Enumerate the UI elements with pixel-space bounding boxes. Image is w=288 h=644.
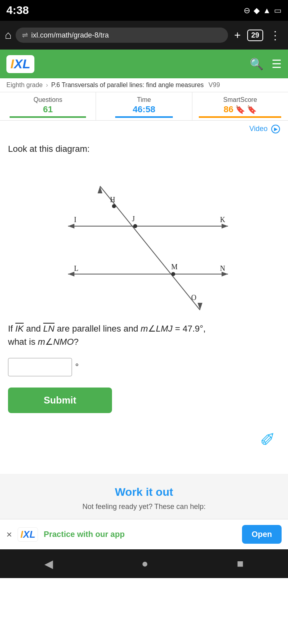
- answer-input[interactable]: [8, 358, 72, 376]
- status-time: 4:38: [6, 4, 29, 17]
- bottom-nav: ◀ ● ■: [0, 549, 288, 578]
- app-logo-xl: XL: [23, 529, 36, 540]
- close-banner-button[interactable]: ×: [6, 529, 12, 540]
- time-seconds: 58: [146, 104, 155, 114]
- more-options-button[interactable]: ⋮: [267, 29, 283, 42]
- breadcrumb: Eighth grade › P.6 Transversals of paral…: [0, 78, 288, 92]
- app-logo-small: I XL: [18, 527, 38, 542]
- pencil-icon[interactable]: ✏: [254, 425, 282, 452]
- line-ln: LN: [43, 324, 54, 334]
- stat-score: SmartScore 86 🔖 🔖: [192, 92, 288, 120]
- app-banner-text: Practice with our app: [44, 530, 236, 539]
- are-parallel-text: are parallel lines and m∠LMJ = 47.9°,: [57, 324, 206, 334]
- label-K: K: [220, 216, 225, 224]
- open-app-button[interactable]: Open: [242, 525, 282, 544]
- label-M: M: [171, 263, 178, 271]
- label-O: O: [191, 294, 196, 302]
- stats-bar: Questions 61 Time 46:58 SmartScore 86 🔖 …: [0, 92, 288, 121]
- svg-point-10: [133, 224, 137, 228]
- svg-point-11: [171, 272, 175, 276]
- add-tab-button[interactable]: +: [232, 29, 243, 42]
- breadcrumb-lesson[interactable]: P.6 Transversals of parallel lines: find…: [51, 81, 204, 89]
- if-text: If: [8, 324, 15, 334]
- work-it-out-section: Work it out Not feeling ready yet? These…: [0, 474, 288, 519]
- video-link[interactable]: Video ▶: [0, 121, 288, 137]
- home-icon[interactable]: ⌂: [5, 29, 12, 42]
- wifi-icon: ▲: [263, 6, 271, 15]
- submit-button[interactable]: Submit: [8, 388, 112, 413]
- svg-marker-2: [222, 224, 228, 229]
- diagram-container: H I J K L M N O: [44, 162, 244, 314]
- line-ik: IK: [15, 324, 24, 334]
- reload-icon: ⇌: [22, 31, 28, 40]
- stat-questions: Questions 61: [0, 92, 96, 120]
- answer-area: °: [8, 358, 280, 376]
- signal-icon: ◆: [254, 6, 260, 15]
- logo-xl: XL: [14, 57, 30, 72]
- score-label: SmartScore: [192, 96, 288, 103]
- questions-progress: [10, 116, 86, 118]
- menu-icon[interactable]: ☰: [272, 58, 282, 71]
- problem-statement: If IK and LN are parallel lines and m∠LM…: [8, 322, 280, 348]
- score-progress: [199, 116, 281, 118]
- battery-icon: ▭: [274, 6, 282, 15]
- svg-marker-7: [98, 186, 102, 193]
- logo-i: I: [10, 57, 14, 72]
- app-banner: × I XL Practice with our app Open: [0, 519, 288, 549]
- play-icon: ▶: [271, 125, 280, 133]
- breadcrumb-grade[interactable]: Eighth grade: [6, 81, 43, 89]
- score-value: 86 🔖 🔖: [224, 104, 256, 115]
- ixl-header: I XL 🔍 ☰: [0, 50, 288, 78]
- label-I: I: [74, 216, 76, 224]
- ixl-logo[interactable]: I XL: [6, 55, 34, 73]
- video-label: Video: [249, 125, 268, 133]
- question-prompt: Look at this diagram:: [8, 144, 280, 154]
- url-text: ixl.com/math/grade-8/tra: [31, 31, 109, 40]
- back-button[interactable]: ◀: [44, 557, 53, 570]
- work-it-out-title: Work it out: [8, 486, 280, 499]
- home-button[interactable]: ●: [142, 557, 148, 570]
- search-icon[interactable]: 🔍: [250, 58, 264, 71]
- geometry-diagram: H I J K L M N O: [44, 162, 244, 314]
- status-icons: ⊖ ◆ ▲ ▭: [244, 6, 282, 15]
- degree-symbol: °: [75, 362, 79, 372]
- time-value: 46:58: [96, 104, 192, 115]
- minus-circle-icon: ⊖: [244, 6, 250, 15]
- svg-marker-1: [68, 224, 74, 229]
- recent-button[interactable]: ■: [237, 557, 244, 570]
- pencil-area: ✏: [0, 419, 288, 450]
- app-logo-i: I: [20, 529, 23, 540]
- time-progress: [115, 116, 173, 118]
- what-is-text: what is m∠NMO?: [8, 337, 79, 347]
- address-bar[interactable]: ⇌ ixl.com/math/grade-8/tra: [16, 28, 228, 43]
- work-it-out-subtitle: Not feeling ready yet? These can help:: [8, 503, 280, 511]
- and-text: and: [26, 324, 43, 334]
- questions-label: Questions: [0, 96, 96, 103]
- questions-value: 61: [0, 104, 96, 115]
- time-minutes: 46: [133, 104, 142, 114]
- browser-chrome: ⌂ ⇌ ixl.com/math/grade-8/tra + 29 ⋮: [0, 21, 288, 50]
- main-content: Look at this diagram: H I: [0, 137, 288, 419]
- breadcrumb-separator: ›: [46, 81, 48, 89]
- label-H: H: [110, 196, 115, 204]
- svg-marker-8: [198, 303, 202, 310]
- svg-marker-4: [68, 272, 74, 276]
- bookmark-orange-icon: 🔖: [235, 105, 245, 114]
- label-N: N: [220, 264, 225, 272]
- bookmark-blue-icon: 🔖: [247, 105, 257, 114]
- svg-point-9: [112, 204, 116, 208]
- time-label: Time: [96, 96, 192, 103]
- stat-time: Time 46:58: [96, 92, 192, 120]
- label-L: L: [74, 264, 78, 272]
- breadcrumb-version: V99: [208, 81, 220, 89]
- tab-count[interactable]: 29: [247, 30, 263, 41]
- status-bar: 4:38 ⊖ ◆ ▲ ▭: [0, 0, 288, 21]
- label-J: J: [132, 215, 135, 223]
